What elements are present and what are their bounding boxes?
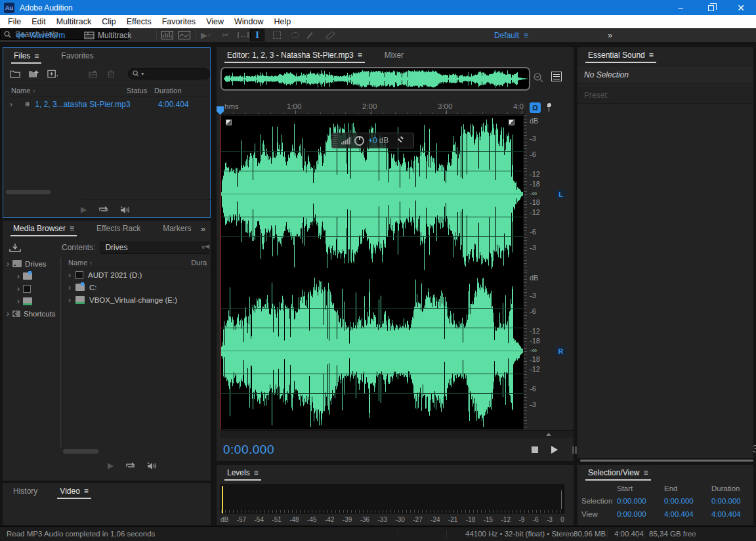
auto-play-speaker-icon[interactable] (120, 206, 131, 214)
auto-play-speaker-icon[interactable] (147, 462, 158, 470)
tab-video[interactable]: Video≡ (57, 487, 91, 499)
monitor-input-icon[interactable]: Ω (530, 102, 541, 113)
waveform-view-button[interactable]: Waveform (16, 28, 65, 42)
end-value[interactable]: 0:00.000 (664, 497, 694, 505)
preview-play-icon[interactable]: ▶ (81, 205, 87, 214)
menu-item[interactable]: Multitrack (51, 17, 96, 26)
multitrack-view-button[interactable]: Multitrack (84, 28, 131, 42)
overview-waveform[interactable] (223, 70, 528, 88)
show-spectral-toggle[interactable] (178, 28, 190, 42)
loop-preview-icon[interactable] (98, 206, 108, 213)
import-file-icon[interactable] (28, 70, 39, 78)
panel-menu-icon[interactable]: ≡ (254, 468, 259, 477)
left-channel-badge[interactable]: L (555, 189, 566, 199)
right-channel-badge[interactable]: R (555, 346, 566, 356)
tree-chevron-icon[interactable]: › (17, 297, 20, 306)
files-column-header[interactable]: Name ↑ Status Duration (3, 85, 210, 97)
tab-history[interactable]: History (10, 487, 40, 499)
volume-value[interactable]: +0 (368, 136, 377, 145)
trash-icon[interactable] (107, 70, 115, 78)
tab-essential-sound[interactable]: Essential Sound≡ (585, 51, 656, 63)
menu-item[interactable]: Edit (26, 17, 51, 26)
timeline-ruler[interactable]: hms 1:002:003:004:0 (220, 100, 525, 115)
volume-hud[interactable]: +0 dB (331, 133, 414, 148)
tab-effects-rack[interactable]: Effects Rack (94, 224, 143, 236)
time-display[interactable]: 0:00.000 (223, 443, 274, 457)
play-button[interactable] (547, 443, 562, 456)
files-hscrollbar[interactable] (6, 190, 51, 194)
marquee-selection-tool-button[interactable] (273, 28, 281, 42)
panel-overflow-button[interactable]: » (201, 224, 205, 234)
tab-levels[interactable]: Levels≡ (224, 468, 261, 481)
fade-out-handle[interactable] (509, 119, 514, 125)
hud-pin-icon[interactable] (398, 137, 404, 144)
import-icon[interactable] (9, 243, 21, 252)
expand-chevron-icon[interactable]: › (10, 100, 12, 109)
tree-chevron-icon[interactable]: › (7, 259, 9, 269)
slip-tool-button[interactable]: ↔ (238, 28, 249, 42)
tab-media-browser[interactable]: Media Browser≡ (10, 224, 77, 236)
panel-menu-icon[interactable]: ≡ (649, 51, 654, 60)
files-search-field[interactable]: ▾ (128, 68, 210, 79)
editor-options-icon[interactable] (551, 72, 562, 81)
move-tool-button[interactable]: ▶+ (201, 28, 211, 42)
paintbrush-tool-button[interactable] (309, 28, 310, 42)
expand-chevron-icon[interactable]: › (68, 283, 71, 292)
tree-chevron-icon[interactable]: › (17, 284, 20, 293)
duration-value[interactable]: 4:00.404 (711, 510, 741, 518)
loop-preview-icon[interactable] (125, 462, 135, 469)
razor-tool-button[interactable]: ✂ (222, 28, 229, 42)
waveform-hscrollbar[interactable] (220, 430, 574, 438)
drive-row[interactable]: › C: (63, 281, 209, 293)
tab-favorites[interactable]: Favorites (58, 51, 96, 64)
restore-button[interactable] (696, 0, 726, 15)
open-file-icon[interactable] (10, 70, 20, 78)
tree-chevron-icon[interactable]: › (7, 309, 9, 318)
menu-item[interactable]: File (3, 17, 26, 26)
amplitude-ruler[interactable]: dB-3-6-12-18-∞-18-12-6-3 dB-3-6-12-18-∞-… (523, 116, 574, 429)
panel-menu-icon[interactable]: ≡ (70, 224, 74, 233)
menu-item[interactable]: Favorites (157, 17, 201, 26)
start-value[interactable]: 0:00.000 (617, 510, 646, 518)
waveform-display[interactable] (220, 116, 523, 429)
current-time-indicator[interactable] (220, 116, 221, 429)
menu-item[interactable]: Clip (96, 17, 121, 26)
show-waveform-toggle[interactable] (161, 28, 173, 42)
panel-menu-icon[interactable]: ≡ (358, 51, 362, 60)
tab-markers[interactable]: Markers (160, 224, 194, 236)
lasso-selection-tool-button[interactable] (291, 28, 299, 42)
hud-grip-icon[interactable] (332, 133, 338, 148)
toolbar-overflow-button[interactable]: » (608, 28, 612, 42)
fade-in-handle[interactable] (226, 119, 232, 125)
file-row[interactable]: › ⧻ 1, 2, 3...atasha St-Pier.mp3 4:00.40… (3, 98, 210, 110)
panel-menu-icon[interactable]: ≡ (84, 487, 89, 496)
menu-item[interactable]: Window (229, 17, 268, 26)
list-column-header[interactable]: Name ↑ Dura (63, 257, 209, 269)
minimize-button[interactable]: – (665, 0, 696, 15)
insert-multitrack-icon[interactable] (89, 70, 99, 78)
tab-mixer[interactable]: Mixer (382, 51, 406, 63)
right-channel-waveform[interactable] (220, 272, 523, 429)
preview-play-icon[interactable]: ▶ (108, 461, 114, 470)
tree-item[interactable]: › Shortcuts (3, 307, 60, 320)
workspace-selector[interactable]: Default ≡ (494, 28, 528, 42)
menu-item[interactable]: Effects (121, 17, 157, 26)
tab-selection-view[interactable]: Selection/View≡ (585, 468, 651, 481)
drive-row[interactable]: › AUDT 2021 (D:) (63, 269, 209, 281)
drive-row[interactable]: › VBOX_Virtual-change (E:) (63, 293, 209, 306)
tree-item[interactable]: › Drives (3, 257, 60, 270)
stop-button[interactable] (528, 443, 542, 456)
time-selection-tool-button[interactable]: I (250, 29, 264, 41)
collapse-arrow-icon[interactable]: ◀ (205, 243, 209, 249)
end-value[interactable]: 4:00.404 (664, 510, 694, 518)
tree-item[interactable]: › (3, 295, 60, 307)
close-button[interactable]: ✕ (726, 0, 756, 15)
list-hscrollbar[interactable] (63, 449, 98, 454)
marker-pin-icon[interactable] (547, 103, 552, 112)
volume-knob[interactable] (354, 136, 364, 146)
right-column-hscrollbar[interactable] (580, 460, 753, 462)
panel-menu-icon[interactable]: ≡ (34, 51, 39, 60)
tree-item[interactable]: › (3, 282, 60, 295)
contents-dropdown[interactable]: Drives ˅ (100, 242, 209, 254)
start-value[interactable]: 0:00.000 (617, 497, 646, 505)
